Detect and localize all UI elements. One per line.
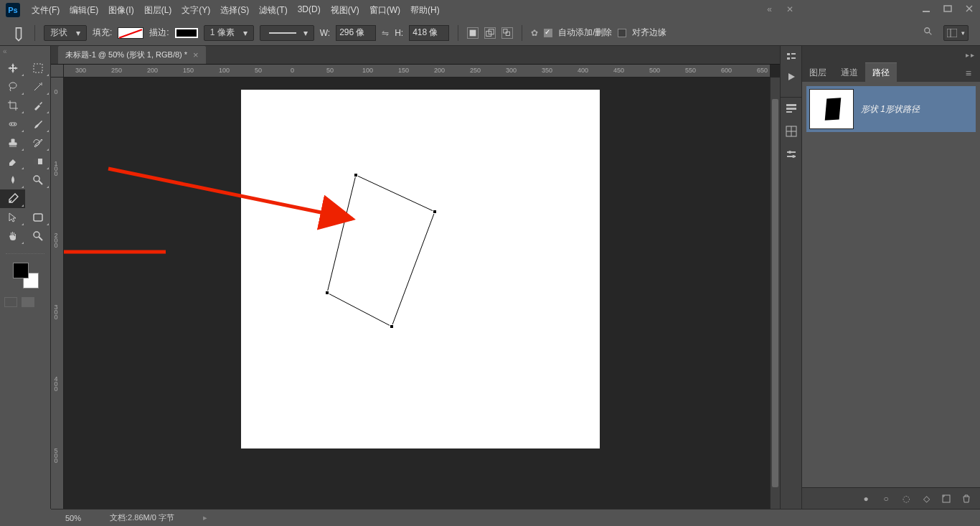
svg-rect-33 [786, 108, 796, 110]
vertical-scrollbar[interactable] [770, 78, 780, 509]
crop-tool[interactable] [0, 96, 25, 115]
width-input[interactable]: 296 像 [336, 25, 376, 41]
svg-point-20 [34, 176, 39, 182]
menu-type[interactable]: 文字(Y) [177, 1, 215, 19]
anchor-point[interactable] [390, 324, 394, 329]
selection-icon[interactable]: ◌ [901, 494, 911, 504]
history-brush-tool[interactable] [25, 133, 50, 152]
menu-select[interactable]: 选择(S) [216, 1, 253, 19]
stroke-style-dropdown[interactable]: ▾ [260, 25, 314, 41]
menu-layer[interactable]: 图层(L) [140, 1, 176, 19]
tab-close-icon[interactable]: × [193, 50, 199, 60]
link-icon[interactable]: ⇋ [382, 28, 389, 38]
new-path-icon[interactable] [941, 494, 951, 504]
trash-icon[interactable] [961, 494, 971, 504]
svg-rect-4 [470, 29, 476, 36]
canvas[interactable] [241, 90, 600, 448]
pen-tool[interactable] [0, 189, 25, 208]
stroke-width-dropdown[interactable]: 1 像素▾ [204, 25, 254, 41]
stroke-path-icon[interactable]: ○ [881, 494, 891, 504]
menu-3d[interactable]: 3D(D) [293, 1, 325, 19]
path-name[interactable]: 形状 1形状路径 [861, 103, 920, 116]
workspace-dropdown[interactable]: ▾ [943, 25, 969, 41]
zoom-level[interactable]: 50% [65, 514, 81, 522]
mode-dropdown[interactable]: 形状▾ [44, 25, 87, 41]
menu-help[interactable]: 帮助(H) [406, 1, 444, 19]
maximize-button[interactable] [941, 3, 954, 14]
stamp-tool[interactable] [0, 133, 25, 152]
blur-tool[interactable] [0, 171, 25, 189]
foreground-color[interactable] [13, 263, 29, 278]
eraser-tool[interactable] [0, 152, 25, 171]
dock-icon-history[interactable] [784, 102, 798, 115]
zoom-tool[interactable] [25, 227, 50, 245]
search-icon[interactable] [923, 27, 933, 39]
document-tab[interactable]: 未标题-1 @ 50% (形状 1, RGB/8) * × [58, 46, 206, 64]
status-arrow-icon[interactable]: ▸ [203, 513, 207, 522]
path-item[interactable]: 形状 1形状路径 [806, 86, 976, 132]
anchor-point[interactable] [325, 291, 329, 295]
rectangle-tool[interactable] [25, 208, 50, 227]
svg-rect-15 [9, 123, 17, 126]
menu-image[interactable]: 图像(I) [104, 1, 138, 19]
close-button[interactable] [963, 3, 976, 14]
path-op-icon-3[interactable] [501, 27, 513, 39]
collapse-icon[interactable]: ▸▸ [966, 51, 976, 59]
dock-icon-1[interactable] [784, 50, 798, 63]
right-dock-column [780, 46, 801, 509]
auto-checkbox[interactable] [544, 29, 552, 37]
quick-mask-button[interactable] [4, 297, 17, 307]
fill-label: 填充: [93, 27, 112, 39]
main-area: « [0, 46, 980, 509]
panel-tabs: 图层 通道 路径 ≡ [802, 63, 980, 82]
canvas-viewport[interactable] [64, 78, 770, 509]
close-icon[interactable]: ✕ [786, 4, 793, 14]
dodge-tool[interactable] [25, 171, 50, 189]
collapse-icon[interactable]: « [767, 4, 772, 14]
tab-layers[interactable]: 图层 [802, 63, 834, 82]
make-path-icon[interactable]: ◇ [921, 494, 931, 504]
healing-tool[interactable] [0, 115, 25, 133]
hand-tool[interactable] [0, 227, 25, 245]
align-label: 对齐边缘 [632, 27, 666, 39]
gear-icon[interactable]: ✿ [531, 28, 538, 38]
align-checkbox[interactable] [618, 29, 626, 37]
menu-view[interactable]: 视图(V) [326, 1, 364, 19]
path-op-icon-1[interactable] [467, 27, 479, 39]
menu-edit[interactable]: 编辑(E) [65, 1, 103, 19]
wand-tool[interactable] [25, 78, 50, 96]
separator [34, 25, 35, 41]
stroke-swatch[interactable] [175, 28, 198, 38]
svg-rect-22 [34, 214, 42, 221]
menu-filter[interactable]: 滤镜(T) [255, 1, 291, 19]
dock-icon-adjust[interactable] [784, 148, 798, 161]
dock-icon-play[interactable] [784, 70, 798, 83]
path-select-tool[interactable] [0, 208, 25, 227]
menu-window[interactable]: 窗口(W) [365, 1, 405, 19]
menu-file[interactable]: 文件(F) [27, 1, 64, 19]
doc-info[interactable]: 文档:2.86M/0 字节 [110, 512, 174, 523]
height-input[interactable]: 418 像 [409, 25, 449, 41]
eyedropper-tool[interactable] [25, 96, 50, 115]
svg-rect-32 [786, 104, 796, 106]
toolbox-collapse-icon[interactable]: « [3, 47, 11, 55]
tab-channels[interactable]: 通道 [834, 63, 865, 82]
tab-paths[interactable]: 路径 [865, 62, 897, 82]
fill-path-icon[interactable]: ● [861, 494, 871, 504]
gradient-tool[interactable] [25, 152, 50, 171]
move-tool[interactable] [0, 59, 25, 78]
mode-label: 形状 [50, 27, 67, 39]
brush-tool[interactable] [25, 115, 50, 133]
minimize-button[interactable] [920, 3, 933, 14]
anchor-point[interactable] [433, 210, 437, 214]
fill-swatch[interactable] [118, 27, 143, 39]
path-op-icon-2[interactable] [484, 27, 496, 39]
svg-rect-28 [787, 53, 790, 55]
screen-mode-button[interactable] [22, 297, 34, 307]
lasso-tool[interactable] [0, 78, 25, 96]
stroke-label: 描边: [149, 27, 169, 39]
app-logo: Ps [6, 3, 20, 17]
marquee-tool[interactable] [25, 59, 50, 78]
panel-menu-icon[interactable]: ≡ [963, 65, 974, 82]
dock-icon-char[interactable] [784, 125, 798, 138]
